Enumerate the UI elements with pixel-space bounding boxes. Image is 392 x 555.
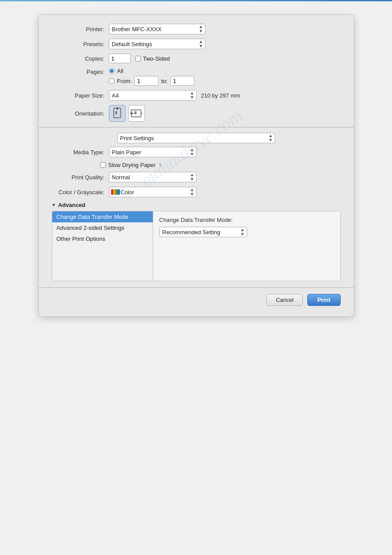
advanced-header-label: Advanced: [58, 202, 85, 208]
printquality-label: Print Quality:: [52, 174, 109, 181]
pages-from-input[interactable]: [134, 76, 158, 86]
papersize-label: Paper Size:: [52, 92, 109, 99]
section-select[interactable]: Print Settings: [117, 133, 275, 143]
orientation-portrait-btn[interactable]: [109, 105, 126, 122]
landscape-icon: [130, 109, 143, 118]
slow-drying-info-icon: ℹ: [159, 162, 161, 168]
orientation-row: Orientation:: [52, 105, 341, 122]
advanced-item-2[interactable]: Other Print Options: [52, 233, 153, 244]
advanced-item-1[interactable]: Advanced 2-sided Settings: [52, 222, 153, 233]
two-sided-label[interactable]: Two-Sided: [135, 55, 170, 62]
portrait-icon: [112, 107, 122, 120]
pages-from-row: From: to:: [109, 76, 194, 86]
print-button[interactable]: Print: [307, 294, 341, 306]
mediatype-label: Media Type:: [52, 149, 109, 156]
printer-row: Printer: Brother MFC-XXXX ▲▼: [52, 24, 341, 34]
two-sided-checkbox[interactable]: [135, 56, 141, 62]
pages-section: All From: to:: [109, 68, 194, 86]
color-bars-icon: [111, 189, 120, 195]
presets-row: Presets: Default Settings ▲▼: [52, 39, 341, 49]
color-row: Color / Grayscale: Color Grayscale ▲▼: [52, 187, 341, 197]
advanced-right-label: Change Data Transfer Mode:: [159, 217, 334, 223]
advanced-body: Change Data Transfer Mode Advanced 2-sid…: [52, 211, 341, 281]
cancel-button[interactable]: Cancel: [266, 294, 302, 306]
printquality-row: Print Quality: Normal Fine Fast ▲▼: [52, 172, 341, 182]
advanced-header[interactable]: ▼ Advanced: [52, 202, 341, 208]
presets-select[interactable]: Default Settings: [109, 39, 205, 49]
papersize-select-wrapper[interactable]: A4 ▲▼: [109, 90, 197, 101]
mediatype-select-wrapper[interactable]: Plain Paper ▲▼: [109, 147, 197, 157]
section-select-wrapper[interactable]: Print Settings ▲▼: [117, 133, 275, 143]
svg-marker-9: [141, 112, 143, 114]
slow-drying-label: Slow Drying Paper: [108, 162, 156, 168]
color-label: Color / Grayscale:: [52, 189, 109, 196]
svg-marker-6: [131, 112, 133, 115]
mediatype-row: Media Type: Plain Paper ▲▼: [52, 147, 341, 157]
bottom-buttons: Cancel Print: [39, 287, 354, 308]
divider-1: [39, 127, 354, 127]
copies-label: Copies:: [52, 55, 109, 62]
pages-all-row: All: [109, 68, 194, 74]
orientation-label: Orientation:: [52, 110, 109, 117]
orientation-landscape-btn[interactable]: [128, 105, 145, 122]
advanced-section: ▼ Advanced Change Data Transfer Mode Adv…: [52, 202, 341, 281]
presets-label: Presets:: [52, 41, 109, 47]
slow-drying-row: Slow Drying Paper ℹ: [100, 162, 354, 168]
advanced-left-panel: Change Data Transfer Mode Advanced 2-sid…: [52, 211, 153, 281]
svg-marker-2: [116, 108, 119, 110]
svg-rect-7: [134, 111, 137, 114]
printquality-select[interactable]: Normal Fine Fast: [109, 172, 197, 182]
orientation-section: [109, 105, 145, 122]
pages-to-input[interactable]: [170, 76, 194, 86]
pages-from-radio[interactable]: [109, 78, 115, 84]
section-dropdown-row: Print Settings ▲▼: [52, 133, 341, 143]
advanced-triangle-icon: ▼: [52, 203, 56, 207]
pages-row: Pages: All From: to:: [52, 68, 341, 86]
printer-select[interactable]: Brother MFC-XXXX: [109, 24, 205, 34]
advanced-item-0[interactable]: Change Data Transfer Mode: [52, 211, 153, 222]
top-border: [0, 0, 392, 1]
copies-row: Copies: Two-Sided: [52, 54, 341, 63]
printer-label: Printer:: [52, 26, 109, 33]
svg-rect-3: [115, 111, 117, 114]
printer-select-wrapper[interactable]: Brother MFC-XXXX ▲▼: [109, 24, 205, 34]
pages-label: Pages:: [52, 68, 109, 75]
advanced-right-panel: Change Data Transfer Mode: Recommended S…: [153, 211, 340, 281]
papersize-row: Paper Size: A4 ▲▼ 210 by 297 mm: [52, 90, 341, 101]
datatransfer-select[interactable]: Recommended Setting: [159, 227, 247, 237]
presets-select-wrapper[interactable]: Default Settings ▲▼: [109, 39, 205, 49]
printquality-select-wrapper[interactable]: Normal Fine Fast ▲▼: [109, 172, 197, 182]
copies-input[interactable]: [109, 54, 131, 63]
mediatype-select[interactable]: Plain Paper: [109, 147, 197, 157]
color-select[interactable]: Color Grayscale: [109, 187, 197, 197]
papersize-select[interactable]: A4: [109, 90, 197, 101]
slow-drying-checkbox[interactable]: [100, 162, 106, 168]
papersize-info: 210 by 297 mm: [201, 92, 241, 99]
color-select-wrapper[interactable]: Color Grayscale ▲▼: [109, 187, 197, 197]
pages-all-radio[interactable]: [109, 68, 115, 74]
datatransfer-select-wrapper[interactable]: Recommended Setting ▲▼: [159, 227, 247, 237]
print-dialog: Printer: Brother MFC-XXXX ▲▼ Presets: De…: [38, 15, 354, 317]
